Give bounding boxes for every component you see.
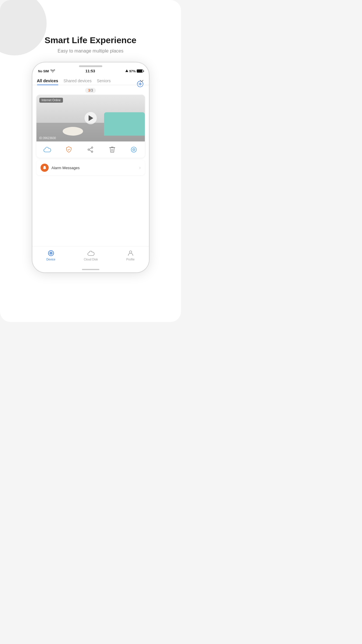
svg-point-17	[129, 251, 132, 253]
camera-actions	[36, 141, 145, 158]
svg-line-7	[89, 150, 92, 151]
svg-rect-8	[109, 147, 115, 148]
tab-shared-devices[interactable]: Shared devices	[64, 77, 92, 85]
alarm-icon-wrap	[41, 164, 49, 172]
nav-device-label: Device	[46, 258, 55, 261]
tab-all-devices[interactable]: All devices	[37, 77, 58, 85]
bottom-navigation: Device Cloud Disk Pro	[32, 246, 149, 272]
status-right: 97%	[125, 69, 143, 73]
nav-device[interactable]: Device	[46, 249, 55, 261]
tab-seniors[interactable]: Seniors	[97, 77, 110, 85]
camera-preview[interactable]: Internet Online ID:39623600	[36, 95, 145, 141]
alarm-bell-icon	[43, 166, 47, 170]
status-time: 11:53	[85, 69, 95, 73]
status-bar: No SIM 11:53 97%	[32, 68, 149, 74]
notch-pill	[79, 65, 102, 67]
device-tabs: All devices Shared devices Seniors	[32, 77, 149, 85]
home-indicator	[82, 269, 99, 270]
device-count-current: 3	[88, 88, 90, 92]
hero-subtitle: Easy to manage multiple places	[0, 48, 181, 54]
share-action-button[interactable]	[85, 144, 96, 155]
camera-id-label: ID:39623600	[39, 136, 56, 140]
svg-point-4	[88, 149, 89, 150]
svg-point-5	[92, 151, 93, 153]
device-count-total: 3	[91, 88, 93, 92]
alarm-label: Alarm Messages	[52, 166, 139, 170]
svg-point-13	[133, 149, 134, 150]
hero-section: Smart Life Experience Easy to manage mul…	[0, 0, 181, 60]
online-status-badge: Internet Online	[39, 98, 63, 103]
room-table	[63, 127, 83, 136]
nav-profile[interactable]: Profile	[126, 249, 134, 261]
svg-point-16	[50, 253, 52, 254]
wifi-icon	[50, 69, 55, 73]
nav-cloud-icon	[87, 249, 95, 257]
phone-mockup: No SIM 11:53 97%	[32, 62, 149, 272]
camera-card: Internet Online ID:39623600	[36, 95, 145, 158]
carrier-label: No SIM	[38, 69, 49, 73]
phone-notch-area	[32, 62, 149, 68]
alarm-chevron-icon: ›	[139, 165, 140, 170]
battery-icon	[137, 69, 143, 73]
status-left: No SIM	[38, 69, 55, 73]
nav-cloud-disk[interactable]: Cloud Disk	[84, 249, 98, 261]
svg-point-3	[92, 147, 93, 148]
location-icon	[125, 69, 128, 73]
device-count-badge: 3/3	[85, 88, 96, 93]
alarm-messages-row[interactable]: Alarm Messages ›	[36, 160, 145, 175]
app-page: Smart Life Experience Easy to manage mul…	[0, 0, 181, 322]
nav-profile-label: Profile	[126, 258, 134, 261]
shield-action-button[interactable]	[64, 144, 74, 155]
nav-device-icon	[47, 249, 55, 257]
cloud-action-button[interactable]	[42, 144, 52, 155]
svg-line-6	[89, 148, 92, 149]
battery-percent: 97%	[129, 69, 136, 73]
room-sofa	[104, 112, 145, 136]
battery-fill	[137, 70, 142, 72]
settings-action-button[interactable]	[129, 144, 139, 155]
play-button[interactable]	[85, 112, 97, 124]
hero-title: Smart Life Experience	[0, 35, 181, 46]
tabs-dropdown-button[interactable]	[139, 78, 144, 83]
delete-action-button[interactable]	[107, 144, 117, 155]
nav-profile-icon	[127, 249, 134, 257]
nav-cloud-label: Cloud Disk	[84, 258, 98, 261]
device-count-area: 3/3	[32, 88, 149, 93]
